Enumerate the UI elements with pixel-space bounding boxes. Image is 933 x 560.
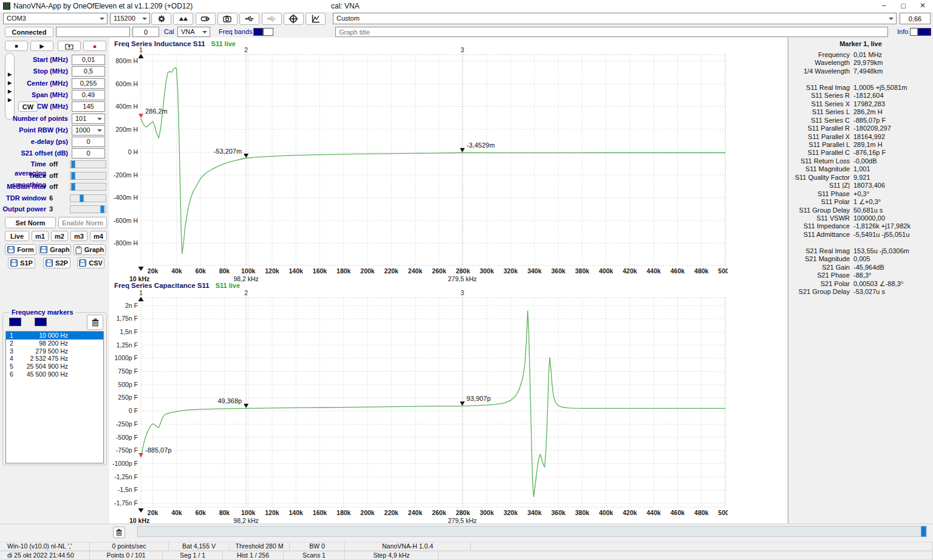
svg-text:20k: 20k [148,267,159,275]
history-scrollbar[interactable] [137,526,927,537]
play-button[interactable]: ▶ [30,41,53,51]
point-rbw-hz-select[interactable]: 1000 [72,125,105,135]
enable-norm-button[interactable]: Enable Norm [58,217,107,228]
usb-disconnected-button[interactable] [262,13,282,25]
history-scrollbar-handle[interactable] [921,526,926,537]
up-arrows-icon [179,14,188,24]
svg-text:-600m H: -600m H [114,217,138,224]
minimize-button[interactable]: – [875,0,893,12]
floppy-icon [7,246,15,253]
export-s1p-button[interactable]: S1P [8,258,35,268]
set-norm-button[interactable]: Set Norm [5,217,56,228]
chevron-down-icon [142,18,147,20]
tdr-graph-button[interactable] [306,13,326,25]
median-filter-slider[interactable] [70,183,106,191]
output-power-slider[interactable] [70,205,106,213]
trace-smoothing-slider[interactable] [70,172,106,180]
status-bar-row-2: di 25 okt 2022 21:44:50Points 0 / 101Seg… [0,551,933,560]
battery-button[interactable] [196,13,216,25]
open-button[interactable] [58,41,81,51]
record-button[interactable]: ● [83,41,106,51]
readout-s11-phase: S11 Phase+0,3° [788,190,933,198]
stop-button[interactable]: ■ [5,41,28,51]
marker-color-swatch[interactable] [9,318,21,326]
s21-offset-db-label: S21 offset (dB) [0,148,68,159]
tdr-window-slider[interactable] [70,194,106,202]
svg-text:380k: 380k [575,509,590,516]
time-averaging-slider-handle[interactable] [71,160,75,168]
target-button[interactable] [284,13,304,25]
baud-rate-select[interactable]: 115200 [110,13,150,24]
marker-list-item[interactable]: 42 532 475 Hz [6,355,103,363]
device-text-input[interactable] [56,27,130,37]
info-color-swatch-2[interactable] [918,28,931,36]
output-power-slider-handle[interactable] [100,205,104,213]
number-of-points-select[interactable]: 101 [72,114,105,124]
save-form-button-0[interactable]: Form [5,244,36,255]
tdr-window-value: 6 [49,194,53,203]
cw-mhz-field[interactable]: 145 [72,101,105,112]
median-filter-slider-handle[interactable] [71,183,75,191]
marker-color-swatch-2[interactable] [35,318,47,326]
marker-list[interactable]: 110 000 Hz298 200 Hz3279 500 Hz42 532 47… [5,331,104,463]
stop-mhz-label: Stop (MHz) [0,66,68,77]
stop-mhz-field[interactable]: 0,5 [72,66,105,77]
usb-connected-button[interactable] [239,13,259,25]
maximize-button[interactable]: ▢ [894,0,912,12]
time-averaging-slider[interactable] [70,160,106,168]
up-arrows-button[interactable] [173,13,193,25]
tdr-graph-icon [311,14,321,24]
capacitance-chart[interactable]: 20k40k60k80k100k120k140k160k180k200k220k… [109,289,728,525]
preset-select[interactable]: Custom [333,13,897,24]
connected-button[interactable]: Connected [5,27,53,37]
svg-text:-1,5n F: -1,5n F [118,486,138,493]
export-s2p-button[interactable]: S2P [43,258,70,268]
svg-text:40k: 40k [171,509,182,516]
marker-list-item[interactable]: 525 504 900 Hz [6,363,103,370]
trace-button-m2[interactable]: m2 [51,231,68,241]
span-mhz-field[interactable]: 0,49 [72,90,105,100]
center-mhz-field[interactable]: 0,255 [72,78,105,89]
scale-value-input[interactable] [900,13,931,24]
settings-button[interactable] [151,13,171,25]
cw-toggle-button[interactable]: CW [18,101,38,112]
trace-smoothing-slider-handle[interactable] [71,172,75,180]
save-graph-button-1[interactable]: Graph [39,244,71,255]
delete-markers-button[interactable] [87,315,103,330]
freq-bands-color-swatch[interactable] [253,28,263,36]
save-graph-button-2[interactable]: Graph [73,244,106,255]
marker-list-item[interactable]: 645 500 900 Hz [6,370,103,378]
svg-text:380k: 380k [575,267,590,275]
marker-list-item[interactable]: 298 200 Hz [6,340,103,347]
trace-button-live[interactable]: Live [5,231,29,241]
export-csv-button[interactable]: CSV [77,258,104,268]
marker-list-item[interactable]: 3279 500 Hz [6,347,103,355]
cal-mode-select[interactable]: VNA [177,27,210,37]
info-color-swatch[interactable] [910,28,918,36]
marker-list-item[interactable]: 110 000 Hz [6,332,103,340]
screenshot-button[interactable] [217,13,238,25]
info-label: Info [897,27,908,37]
svg-text:2: 2 [244,46,248,53]
inductance-chart[interactable]: 20k40k60k80k100k120k140k160k180k200k220k… [109,46,728,284]
stop-icon: ■ [15,43,18,49]
s21-offset-db-field[interactable]: 0 [72,148,105,159]
trace-button-m3[interactable]: m3 [70,231,87,241]
usb-disconnected-icon [267,14,276,24]
svg-text:600m H: 600m H [115,80,138,87]
svg-text:400k: 400k [599,267,613,275]
clear-markers-button[interactable] [113,527,125,538]
svg-text:500k: 500k [718,509,728,516]
e-delay-ps-field[interactable]: 0 [72,137,105,147]
trace-button-m4[interactable]: m4 [90,231,107,241]
svg-text:120k: 120k [265,509,279,516]
floppy-icon [79,259,86,267]
start-mhz-field[interactable]: 0,01 [72,55,105,65]
cal-number-input[interactable] [132,27,159,37]
freq-bands-color-swatch-2[interactable] [263,28,273,36]
com-port-select[interactable]: COM3 [3,13,108,24]
tdr-window-slider-handle[interactable] [80,194,84,202]
graph-title-input[interactable] [335,27,888,37]
close-button[interactable]: ✕ [914,0,932,12]
trace-button-m1[interactable]: m1 [32,231,49,241]
